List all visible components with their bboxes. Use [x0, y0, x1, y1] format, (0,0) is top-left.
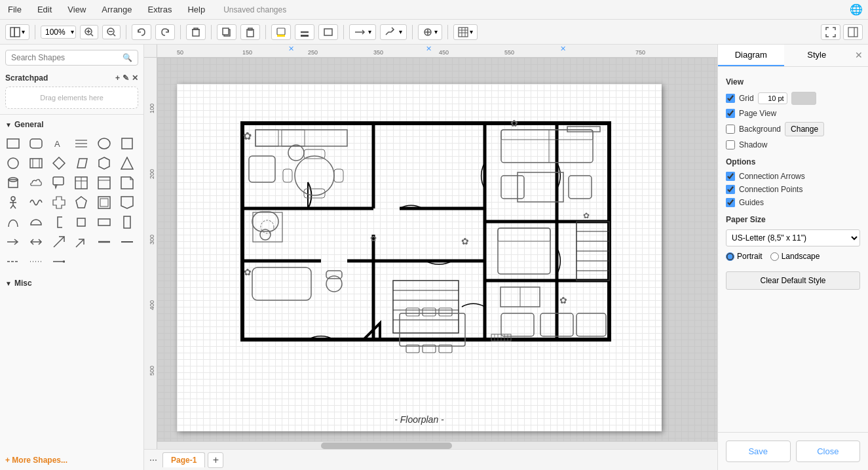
tab-diagram[interactable]: Diagram — [718, 45, 784, 66]
paper-size-select[interactable]: US-Letter (8,5" x 11") A4 (8.27" x 11.69… — [726, 229, 860, 246]
panel-close-btn[interactable]: ✕ — [850, 45, 868, 66]
shape-solid-line[interactable] — [95, 233, 113, 251]
shape-arrow-up-right[interactable] — [72, 233, 90, 251]
shape-cross[interactable] — [50, 193, 68, 212]
shape-dashed-line[interactable] — [4, 252, 22, 271]
fill-color-btn[interactable] — [271, 24, 291, 40]
shape-rounded-rect[interactable] — [27, 134, 45, 153]
grid-size-input[interactable] — [758, 92, 787, 104]
connection-btn[interactable]: ▾ — [349, 24, 376, 40]
misc-section-header[interactable]: ▼ Misc — [3, 276, 141, 290]
shape-medium-line[interactable] — [118, 233, 136, 251]
shape-frame[interactable] — [95, 193, 113, 212]
menu-edit[interactable]: Edit — [35, 3, 54, 16]
grid-checkbox[interactable] — [726, 94, 735, 103]
more-shapes-btn[interactable]: + More Shapes... — [5, 453, 138, 467]
scratchpad-edit-btn[interactable]: ✎ — [123, 73, 129, 83]
background-checkbox[interactable] — [726, 125, 735, 134]
scratchpad-close-btn[interactable]: ✕ — [132, 73, 138, 83]
paste-btn[interactable] — [240, 24, 260, 40]
search-input[interactable] — [11, 53, 123, 62]
background-change-btn[interactable]: Change — [785, 122, 824, 136]
zoom-control[interactable]: 100% ▾ — [41, 26, 76, 39]
shape-pentagon[interactable] — [72, 193, 90, 212]
shape-note[interactable] — [118, 174, 136, 192]
shape-callout[interactable] — [50, 174, 68, 192]
connection-points-checkbox[interactable] — [726, 185, 735, 194]
shape-diamond[interactable] — [50, 154, 68, 172]
shape-lines[interactable] — [72, 134, 90, 153]
scratchpad-add-btn[interactable]: + — [115, 73, 120, 83]
shape-half-circle[interactable] — [27, 213, 45, 231]
canvas-area[interactable]: 50 150 250 350 450 550 750 ✕ ✕ ✕ 100 200… — [144, 45, 717, 470]
scratchpad-header: Scratchpad + ✎ ✕ — [5, 73, 138, 83]
connection-arrows-checkbox[interactable] — [726, 172, 735, 181]
page-canvas[interactable]: ✿ ✿ ✿ ✿ ✿ ✿ ✿ — [177, 84, 662, 431]
globe-icon[interactable]: 🌐 — [850, 3, 863, 16]
canvas-content[interactable]: ✿ ✿ ✿ ✿ ✿ ✿ ✿ — [157, 58, 717, 449]
menu-arrange[interactable]: Arrange — [99, 3, 134, 16]
shape-person[interactable] — [4, 193, 22, 212]
undo-btn[interactable] — [132, 24, 151, 40]
shape-vert-rect[interactable] — [118, 213, 136, 231]
shape-square[interactable] — [118, 134, 136, 153]
shape-triangle[interactable] — [118, 154, 136, 172]
shape-diagonal-arrow[interactable] — [50, 233, 68, 251]
waypoint-btn[interactable]: ▾ — [380, 24, 407, 40]
h-scrollbar-thumb[interactable] — [321, 442, 452, 449]
shape-text[interactable]: A — [50, 134, 68, 153]
shape-arc[interactable] — [4, 213, 22, 231]
general-section-header[interactable]: ▼ General — [3, 117, 141, 132]
insert-btn[interactable]: ▾ — [418, 24, 442, 40]
shape-cloud[interactable] — [27, 174, 45, 192]
shape-arrow-line[interactable] — [50, 252, 68, 271]
clear-default-style-btn[interactable]: Clear Default Style — [726, 271, 860, 290]
shape-cylinder[interactable] — [4, 174, 22, 192]
shape-swimlane[interactable] — [95, 174, 113, 192]
menu-view[interactable]: View — [65, 3, 88, 16]
shape-process[interactable] — [27, 154, 45, 172]
shadow-checkbox[interactable] — [726, 140, 735, 149]
shape-arrow-right[interactable] — [4, 233, 22, 251]
guides-checkbox[interactable] — [726, 198, 735, 207]
shape-btn[interactable] — [318, 24, 338, 40]
copy-btn[interactable] — [217, 24, 236, 40]
search-wrapper[interactable]: 🔍 — [5, 50, 138, 66]
zoom-in-btn[interactable] — [80, 25, 98, 39]
menu-extras[interactable]: Extras — [145, 3, 175, 16]
line-color-btn[interactable] — [295, 24, 314, 40]
grid-color-btn[interactable] — [791, 92, 816, 105]
portrait-radio[interactable] — [726, 252, 734, 261]
sidebar-right-btn[interactable] — [843, 24, 863, 40]
shape-small-rect[interactable] — [72, 213, 90, 231]
menu-help[interactable]: Help — [185, 3, 208, 16]
page-view-checkbox[interactable] — [726, 109, 735, 118]
delete-btn[interactable] — [186, 24, 206, 40]
shape-horiz-rect[interactable] — [95, 213, 113, 231]
shape-ellipse[interactable] — [95, 134, 113, 153]
page-tab-1[interactable]: Page-1 — [162, 452, 205, 467]
shape-hexagon[interactable] — [95, 154, 113, 172]
tab-options-btn[interactable]: ⋯ — [147, 454, 160, 467]
shape-circle[interactable] — [4, 154, 22, 172]
zoom-out-btn[interactable] — [102, 25, 121, 39]
shape-rectangle[interactable] — [4, 134, 22, 153]
fit-page-btn[interactable] — [821, 24, 840, 40]
menu-file[interactable]: File — [5, 3, 24, 16]
close-btn[interactable]: Close — [796, 441, 861, 462]
save-btn[interactable]: Save — [726, 441, 791, 462]
tab-style[interactable]: Style — [784, 45, 850, 66]
h-scrollbar-track[interactable] — [157, 441, 717, 449]
shape-bracket[interactable] — [50, 213, 68, 231]
shape-off-page[interactable] — [118, 193, 136, 212]
shape-table[interactable] — [72, 174, 90, 192]
shape-parallelogram[interactable] — [72, 154, 90, 172]
table-btn[interactable]: ▾ — [453, 24, 478, 40]
shape-double-arrow[interactable] — [27, 233, 45, 251]
shape-wave[interactable] — [27, 193, 45, 212]
add-page-btn[interactable]: + — [208, 452, 223, 468]
shape-dotted-line[interactable] — [27, 252, 45, 271]
toggle-sidebar-btn[interactable]: ▾ — [5, 24, 29, 40]
landscape-radio[interactable] — [770, 252, 779, 261]
redo-btn[interactable] — [155, 24, 175, 40]
